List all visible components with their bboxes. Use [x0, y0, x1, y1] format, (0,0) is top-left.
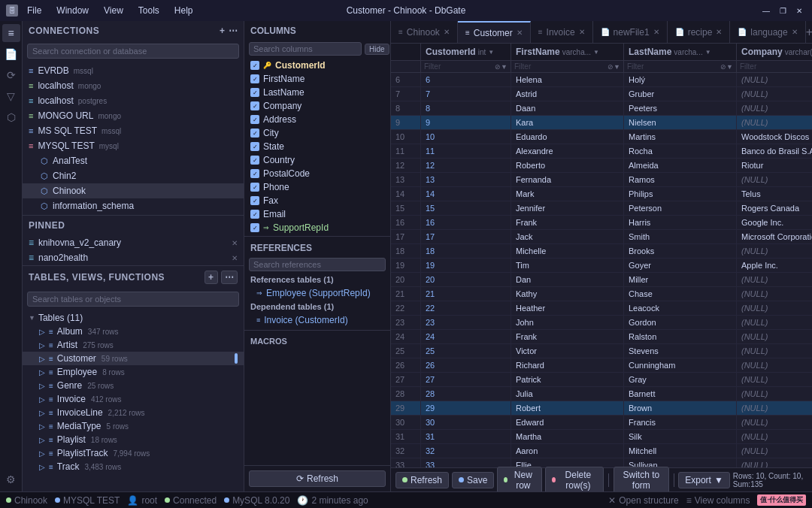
col-checkbox[interactable]: ✓ [250, 156, 259, 165]
new-row-button[interactable]: New row [497, 467, 542, 492]
table-row[interactable]: 14 14 Mark Philips Telus [391, 187, 812, 201]
conn-sub-info-schema[interactable]: ⬡ information_schema [23, 198, 244, 213]
table-row[interactable]: 27 27 Patrick Gray (NULL) [391, 373, 812, 387]
table-row[interactable]: 25 25 Victor Stevens (NULL) [391, 344, 812, 358]
menu-view[interactable]: View [101, 4, 126, 17]
table-row[interactable]: 16 16 Frank Harris Google Inc. [391, 216, 812, 230]
table-item-track[interactable]: ▷ ≡ Track 3,483 rows [23, 460, 244, 473]
table-row[interactable]: 6 6 Helena Holý (NULL) [391, 73, 812, 87]
conn-sub-chin2[interactable]: ⬡ Chin2 [23, 168, 244, 183]
tab-invoice[interactable]: ≡ Invoice ✕ [531, 21, 593, 43]
table-row[interactable]: 10 10 Eduardo Martins Woodstock Discos [391, 130, 812, 144]
table-row[interactable]: 15 15 Jennifer Peterson Rogers Canada [391, 201, 812, 216]
th-company[interactable]: Company varchar(80) ▼ [737, 44, 812, 60]
connections-add-button[interactable]: + [220, 26, 226, 36]
tables-search-input[interactable] [27, 292, 239, 307]
col-item-fax[interactable]: ✓ Fax [244, 194, 390, 207]
tab-close-button[interactable]: ✕ [579, 28, 585, 36]
table-row[interactable]: 11 11 Alexandre Rocha Banco do Brasil S.… [391, 144, 812, 159]
col-item-company[interactable]: ✓ Company [244, 99, 390, 113]
pinned-item-nano2health[interactable]: ≡ nano2health ✕ [23, 250, 244, 265]
tab-close-button[interactable]: ✕ [517, 29, 523, 37]
nav-plugins[interactable]: ⬡ [2, 108, 20, 126]
filter-customerid-input[interactable] [424, 62, 495, 71]
switch-form-button[interactable]: Switch to form [614, 467, 668, 492]
nav-connections[interactable]: ≡ [2, 24, 20, 42]
table-row[interactable]: 20 20 Dan Miller (NULL) [391, 273, 812, 287]
col-item-country[interactable]: ✓ Country [244, 153, 390, 167]
conn-sub-chinook[interactable]: ⬡ Chinook [23, 183, 244, 198]
col-checkbox[interactable]: ✓ [250, 169, 259, 178]
table-row[interactable]: 7 7 Astrid Gruber (NULL) [391, 87, 812, 101]
table-item-playlisttrack[interactable]: ▷ ≡ PlaylistTrack 7,994 rows [23, 446, 244, 460]
pinned-close-button[interactable]: ✕ [232, 254, 238, 262]
table-row[interactable]: 23 23 John Gordon (NULL) [391, 316, 812, 330]
col-checkbox[interactable]: ✓ [250, 101, 259, 110]
menu-help[interactable]: Help [171, 4, 196, 17]
table-row[interactable]: 22 22 Heather Leacock (NULL) [391, 301, 812, 316]
table-row[interactable]: 24 24 Frank Ralston (NULL) [391, 330, 812, 344]
conn-item-mysql-test[interactable]: ≡ MYSQL TEST mysql [23, 138, 244, 153]
col-checkbox[interactable]: ✓ [250, 129, 259, 138]
connections-search-input[interactable] [27, 44, 239, 59]
filter-icon[interactable]: ⊘ [495, 63, 501, 71]
conn-sub-analtest[interactable]: ⬡ AnalTest [23, 153, 244, 168]
col-item-state[interactable]: ✓ State [244, 140, 390, 153]
menu-tools[interactable]: Tools [135, 4, 162, 17]
dep-item-invoice[interactable]: ≡ Invoice (CustomerId) [244, 313, 390, 327]
table-row[interactable]: 9 9 Kara Nielsen (NULL) [391, 116, 812, 130]
refresh-button-middle[interactable]: ⟳ Refresh [249, 470, 386, 487]
tab-customer[interactable]: ≡ Customer ✕ [458, 21, 531, 43]
pinned-item-knihovna[interactable]: ≡ knihovna_v2_canary ✕ [23, 235, 244, 250]
conn-item-evrdb[interactable]: ≡ EVRDB mssql [23, 63, 244, 78]
tab-chinook[interactable]: ≡ Chinook ✕ [391, 21, 458, 43]
menu-window[interactable]: Window [53, 4, 92, 17]
conn-item-mssql-test[interactable]: ≡ MS SQL TEST mssql [23, 123, 244, 138]
th-lastname[interactable]: LastName varcha... ▼ [624, 44, 737, 60]
status-view-columns[interactable]: ≡ View columns [686, 495, 750, 506]
table-item-invoiceline[interactable]: ▷ ≡ InvoiceLine 2,212 rows [23, 406, 244, 419]
col-checkbox[interactable]: ✓ [250, 223, 259, 232]
table-row[interactable]: 26 26 Richard Cunningham (NULL) [391, 358, 812, 373]
th-customerid[interactable]: CustomerId int ▼ [421, 44, 511, 60]
close-button[interactable]: ✕ [792, 4, 806, 17]
col-item-address[interactable]: ✓ Address [244, 113, 390, 126]
table-row[interactable]: 8 8 Daan Peeters (NULL) [391, 101, 812, 116]
col-checkbox[interactable]: ✓ [250, 142, 259, 151]
conn-item-mongo-url[interactable]: ≡ MONGO URL mongo [23, 108, 244, 123]
conn-item-localhost-pg[interactable]: ≡ localhost postgres [23, 93, 244, 108]
export-button[interactable]: Export ▼ [678, 472, 730, 488]
col-checkbox[interactable]: ✓ [250, 210, 259, 219]
new-tab-button[interactable]: + [806, 21, 812, 44]
sort-icon[interactable]: ▼ [705, 49, 711, 56]
table-row[interactable]: 29 29 Robert Brown (NULL) [391, 401, 812, 416]
col-item-lastname[interactable]: ✓ LastName [244, 86, 390, 99]
col-item-email[interactable]: ✓ Email [244, 207, 390, 221]
hide-button[interactable]: Hide [365, 44, 389, 55]
filter-firstname-input[interactable] [514, 62, 607, 71]
th-firstname[interactable]: FirstName varcha... ▼ [511, 44, 624, 60]
filter-company-input[interactable] [740, 62, 812, 71]
table-item-album[interactable]: ▷ ≡ Album 347 rows [23, 325, 244, 338]
nav-history[interactable]: ⟳ [2, 66, 20, 84]
table-item-invoice[interactable]: ▷ ≡ Invoice 412 rows [23, 392, 244, 406]
table-item-mediatype[interactable]: ▷ ≡ MediaType 5 rows [23, 419, 244, 433]
tables-options-button[interactable]: ⋯ [221, 271, 238, 284]
table-item-customer[interactable]: ▷ ≡ Customer 59 rows [23, 352, 244, 365]
table-row[interactable]: 21 21 Kathy Chase (NULL) [391, 287, 812, 301]
table-row[interactable]: 28 28 Julia Barnett (NULL) [391, 387, 812, 401]
col-item-postalcode[interactable]: ✓ PostalCode [244, 167, 390, 180]
tab-recipe[interactable]: 📄 recipe ✕ [668, 21, 731, 43]
menu-file[interactable]: File [24, 4, 44, 17]
pinned-close-button[interactable]: ✕ [232, 239, 238, 247]
table-row[interactable]: 30 30 Edward Francis (NULL) [391, 416, 812, 430]
col-item-phone[interactable]: ✓ Phone [244, 180, 390, 194]
table-item-genre[interactable]: ▷ ≡ Genre 25 rows [23, 379, 244, 392]
col-item-city[interactable]: ✓ City [244, 126, 390, 140]
tab-newfile1[interactable]: 📄 newFile1 ✕ [593, 21, 668, 43]
filter-options-icon[interactable]: ▼ [614, 63, 620, 71]
save-button[interactable]: Save [452, 472, 494, 488]
filter-lastname-input[interactable] [627, 62, 720, 71]
col-checkbox[interactable]: ✓ [250, 61, 259, 70]
sort-icon[interactable]: ▼ [488, 49, 494, 56]
